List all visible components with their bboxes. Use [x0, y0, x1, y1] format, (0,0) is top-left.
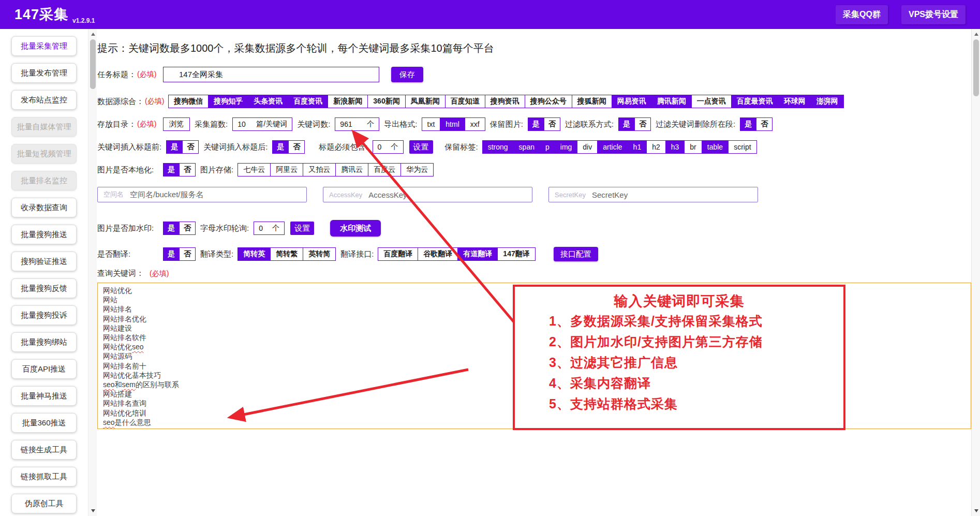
filter-keyword-toggle[interactable]: 是否 — [740, 117, 773, 131]
storage-provider-option[interactable]: 腾讯云 — [335, 163, 368, 176]
browse-button[interactable]: 浏览 — [163, 117, 190, 131]
storage-provider-option[interactable]: 七牛云 — [237, 163, 271, 176]
watermark-cycle-input[interactable]: 0个 — [254, 222, 285, 235]
watermark-toggle[interactable]: 是否 — [163, 222, 196, 235]
sidebar-item[interactable]: 发布站点监控 — [11, 90, 77, 110]
sidebar-item[interactable]: 收录数据查询 — [11, 198, 77, 217]
translate-type-option[interactable]: 简转繁 — [270, 247, 303, 261]
datasource-option[interactable]: 百度知道 — [445, 95, 485, 108]
sidebar-item[interactable]: 百度API推送 — [11, 359, 77, 379]
required-badge: (必填) — [150, 269, 169, 278]
credential-input[interactable]: 空间名 空间名/bucket/服务名 — [97, 187, 307, 202]
keyword-count-input[interactable]: 961个 — [335, 117, 379, 131]
sidebar-item[interactable]: 批量搜狗推送 — [11, 225, 77, 244]
image-localize-toggle[interactable]: 是否 — [163, 163, 196, 176]
datasource-option[interactable]: 360新闻 — [367, 95, 405, 108]
sidebar-item[interactable]: 批量神马推送 — [11, 386, 77, 406]
tag-option[interactable]: script — [728, 140, 756, 154]
datasource-option[interactable]: 澎湃网 — [811, 95, 844, 108]
sidebar-item[interactable]: 批量发布管理 — [11, 63, 77, 83]
sidebar-item[interactable]: 链接生成工具 — [11, 440, 77, 460]
translate-api-option[interactable]: 有道翻译 — [457, 247, 498, 261]
storage-provider-option[interactable]: 阿里云 — [270, 163, 303, 176]
datasource-option[interactable]: 百度资讯 — [288, 95, 328, 108]
sidebar-item[interactable]: 批量搜狗投诉 — [11, 305, 77, 325]
filter-contact-toggle[interactable]: 是否 — [618, 117, 651, 131]
sidebar-scrollbar[interactable] — [88, 29, 97, 516]
tag-option[interactable]: h2 — [646, 140, 666, 154]
sidebar-item[interactable]: 批量短视频管理 — [11, 144, 77, 164]
storage-provider-option[interactable]: 百度云 — [368, 163, 401, 176]
insert-after-toggle[interactable]: 是否 — [272, 140, 305, 154]
scroll-up-arrow[interactable] — [972, 30, 980, 38]
tag-option[interactable]: h3 — [665, 140, 685, 154]
scrollbar-thumb[interactable] — [90, 39, 96, 89]
sidebar-item[interactable]: 批量360推送 — [11, 413, 77, 433]
credential-input[interactable]: AccessKey AccessKey — [323, 187, 532, 202]
sidebar-item[interactable]: 搜狗验证推送 — [11, 252, 77, 271]
translate-api-option[interactable]: 147翻译 — [497, 247, 535, 261]
tag-option[interactable]: p — [540, 140, 555, 154]
translate-toggle[interactable]: 是否 — [163, 247, 196, 261]
translate-type-option[interactable]: 英转简 — [303, 247, 336, 261]
sidebar-item[interactable]: 批量搜狗反馈 — [11, 278, 77, 298]
tag-option[interactable]: table — [702, 140, 729, 154]
translate-type-option[interactable]: 简转英 — [237, 247, 271, 261]
must-contain-set-button[interactable]: 设置 — [409, 140, 433, 154]
sidebar-item[interactable]: 批量排名监控 — [11, 171, 77, 190]
tag-option[interactable]: span — [513, 140, 540, 154]
sidebar-item[interactable]: 批量搜狗绑站 — [11, 332, 77, 352]
keep-image-toggle[interactable]: 是否 — [528, 117, 560, 131]
must-contain-input[interactable]: 0个 — [373, 140, 404, 154]
translate-api-option[interactable]: 谷歌翻译 — [418, 247, 458, 261]
main-scrollbar[interactable] — [971, 29, 980, 516]
storage-provider-option[interactable]: 华为云 — [400, 163, 434, 176]
datasource-option[interactable]: 搜狗资讯 — [485, 95, 525, 108]
datasource-option[interactable]: 一点资讯 — [691, 95, 732, 108]
sidebar-item[interactable]: 伪原创工具 — [11, 494, 77, 513]
task-title-input[interactable]: 147全网采集 — [163, 67, 379, 82]
scroll-down-arrow[interactable] — [88, 507, 97, 515]
header-link[interactable]: VPS拨号设置 — [901, 5, 966, 24]
tag-option[interactable]: div — [577, 140, 598, 154]
export-format-option[interactable]: txt — [422, 117, 441, 131]
scrollbar-thumb[interactable] — [973, 39, 979, 96]
datasource-option[interactable]: 新浪新闻 — [328, 95, 368, 108]
watermark-set-button[interactable]: 设置 — [290, 222, 314, 235]
datasource-option[interactable]: 搜狗微信 — [168, 95, 209, 108]
callout-title: 输入关键词即可采集 — [515, 292, 843, 311]
api-config-button[interactable]: 接口配置 — [554, 247, 598, 261]
sidebar-item[interactable]: 批量自媒体管理 — [11, 117, 77, 137]
sidebar-item[interactable]: 批量采集管理 — [11, 36, 77, 56]
datasource-option[interactable]: 凤凰新闻 — [405, 95, 446, 108]
datasource-option[interactable]: 腾讯新闻 — [651, 95, 692, 108]
keep-tags-options: strongspanpimgdivarticleh1h2h3brtablescr… — [483, 140, 757, 154]
watermark-label: 图片是否加水印: — [97, 224, 158, 233]
save-button[interactable]: 保存 — [391, 67, 423, 82]
tag-option[interactable]: img — [555, 140, 578, 154]
credential-input[interactable]: SecretKey SecretKey — [548, 187, 758, 202]
pieces-input[interactable]: 10篇/关键词 — [232, 117, 292, 131]
watermark-test-button[interactable]: 水印测试 — [330, 220, 381, 237]
datasource-option[interactable]: 网易资讯 — [612, 95, 652, 108]
scroll-up-arrow[interactable] — [88, 30, 97, 38]
datasource-option[interactable]: 头条资讯 — [248, 95, 288, 108]
tag-option[interactable]: h1 — [628, 140, 647, 154]
datasource-option[interactable]: 搜狐新闻 — [572, 95, 612, 108]
storage-provider-option[interactable]: 又拍云 — [303, 163, 336, 176]
datasource-option[interactable]: 环球网 — [778, 95, 811, 108]
datasource-option[interactable]: 搜狗公众号 — [525, 95, 572, 108]
export-format-option[interactable]: html — [440, 117, 465, 131]
insert-before-toggle[interactable]: 是否 — [166, 140, 199, 154]
export-format-option[interactable]: xxf — [465, 117, 485, 131]
datasource-option[interactable]: 搜狗知乎 — [208, 95, 248, 108]
tag-option[interactable]: article — [597, 140, 628, 154]
scroll-down-arrow[interactable] — [972, 507, 980, 515]
keep-image-label: 保留图片: — [490, 120, 523, 129]
sidebar-item[interactable]: 链接抓取工具 — [11, 467, 77, 486]
translate-api-option[interactable]: 百度翻译 — [378, 247, 418, 261]
datasource-option[interactable]: 百度最资讯 — [731, 95, 779, 108]
tag-option[interactable]: br — [684, 140, 702, 154]
tag-option[interactable]: strong — [482, 140, 514, 154]
header-link[interactable]: 采集QQ群 — [836, 5, 888, 24]
